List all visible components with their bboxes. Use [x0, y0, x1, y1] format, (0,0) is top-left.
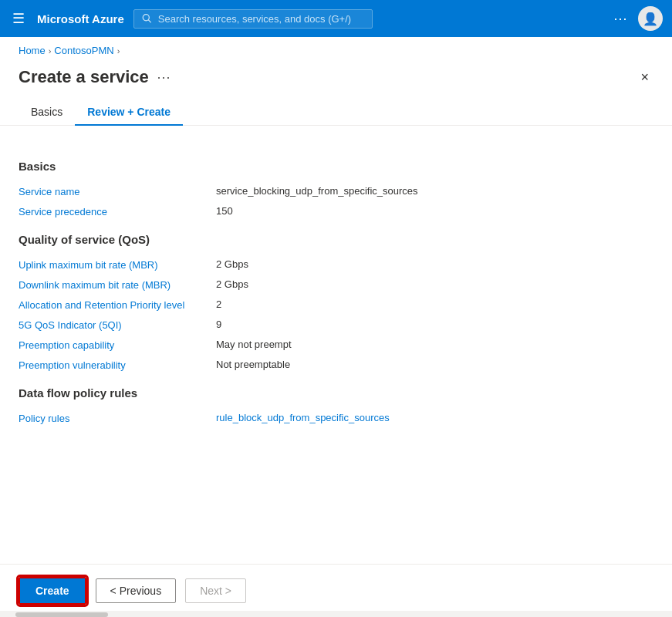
more-options-button[interactable]: ⋯ — [613, 10, 629, 27]
hamburger-menu[interactable]: ☰ — [9, 7, 28, 30]
basics-section-title: Basics — [19, 160, 653, 173]
breadcrumb-sep-1: › — [49, 46, 52, 56]
value-service-precedence: 150 — [216, 205, 233, 217]
data-flow-section-title: Data flow policy rules — [19, 386, 653, 400]
value-service-name: service_blocking_udp_from_specific_sourc… — [216, 185, 418, 197]
previous-button[interactable]: < Previous — [96, 578, 177, 603]
field-row-5qi: 5G QoS Indicator (5QI) 9 — [19, 319, 653, 331]
next-button: Next > — [185, 578, 246, 603]
label-5qi: 5G QoS Indicator (5QI) — [19, 319, 204, 331]
scrollbar-thumb[interactable] — [15, 612, 108, 617]
search-bar[interactable] — [133, 9, 373, 29]
field-row-service-precedence: Service precedence 150 — [19, 205, 653, 217]
label-downlink-mbr: Downlink maximum bit rate (MBR) — [19, 278, 204, 291]
svg-line-1 — [148, 20, 150, 22]
label-preemption-vulnerability: Preemption vulnerability — [19, 359, 204, 371]
main-content: Basics Service name service_blocking_udp… — [0, 126, 672, 424]
tab-basics[interactable]: Basics — [19, 99, 75, 126]
value-5qi: 9 — [216, 319, 221, 330]
label-service-precedence: Service precedence — [19, 205, 204, 217]
top-navigation: ☰ Microsoft Azure ⋯ 👤 — [0, 0, 672, 37]
breadcrumb-home[interactable]: Home — [19, 45, 46, 56]
qos-section: Quality of service (QoS) Uplink maximum … — [19, 233, 653, 371]
bottom-bar: Create < Previous Next > — [0, 564, 672, 617]
field-row-arp: Allocation and Retention Priority level … — [19, 298, 653, 311]
tab-review-create[interactable]: Review + Create — [75, 99, 183, 126]
avatar[interactable]: 👤 — [638, 6, 663, 31]
close-button[interactable]: × — [636, 68, 653, 87]
data-flow-section: Data flow policy rules Policy rules rule… — [19, 386, 653, 424]
label-service-name: Service name — [19, 185, 204, 197]
value-preemption-capability: May not preempt — [216, 339, 292, 350]
field-row-uplink-mbr: Uplink maximum bit rate (MBR) 2 Gbps — [19, 258, 653, 271]
breadcrumb-sep-2: › — [117, 46, 120, 56]
breadcrumb: Home › ContosoPMN › — [0, 37, 672, 61]
horizontal-scrollbar[interactable] — [0, 611, 672, 617]
field-row-preemption-capability: Preemption capability May not preempt — [19, 339, 653, 351]
label-preemption-capability: Preemption capability — [19, 339, 204, 351]
value-preemption-vulnerability: Not preemptable — [216, 359, 290, 370]
page-wrapper: Home › ContosoPMN › Create a service ⋯ ×… — [0, 37, 672, 617]
label-policy-rules: Policy rules — [19, 412, 204, 424]
label-uplink-mbr: Uplink maximum bit rate (MBR) — [19, 258, 204, 271]
value-downlink-mbr: 2 Gbps — [216, 278, 248, 290]
breadcrumb-contosopmn[interactable]: ContosoPMN — [54, 45, 113, 56]
field-row-policy-rules: Policy rules rule_block_udp_from_specifi… — [19, 412, 653, 424]
value-policy-rules: rule_block_udp_from_specific_sources — [216, 412, 390, 423]
search-icon — [142, 13, 152, 24]
page-header: Create a service ⋯ × — [0, 61, 672, 87]
qos-section-title: Quality of service (QoS) — [19, 233, 653, 246]
basics-section: Basics Service name service_blocking_udp… — [19, 160, 653, 217]
header-more-options[interactable]: ⋯ — [157, 69, 172, 86]
tab-bar: Basics Review + Create — [0, 87, 672, 126]
search-input[interactable] — [158, 13, 364, 25]
page-title: Create a service — [19, 67, 149, 87]
field-row-service-name: Service name service_blocking_udp_from_s… — [19, 185, 653, 197]
create-button[interactable]: Create — [19, 577, 86, 605]
field-row-downlink-mbr: Downlink maximum bit rate (MBR) 2 Gbps — [19, 278, 653, 291]
value-arp: 2 — [216, 298, 221, 310]
field-row-preemption-vulnerability: Preemption vulnerability Not preemptable — [19, 359, 653, 371]
label-arp: Allocation and Retention Priority level — [19, 298, 204, 311]
app-title: Microsoft Azure — [37, 12, 124, 25]
value-uplink-mbr: 2 Gbps — [216, 258, 248, 270]
